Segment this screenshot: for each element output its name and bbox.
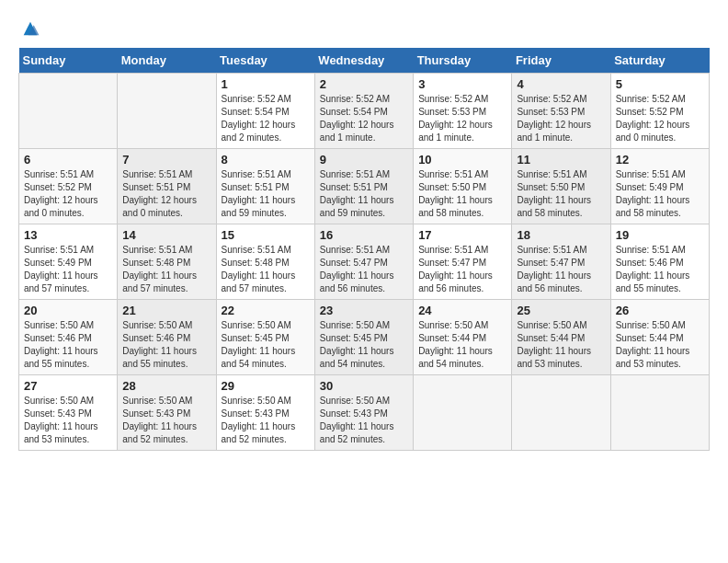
day-number: 28 (122, 379, 210, 393)
weekday-header: Friday (512, 48, 610, 74)
day-info: Sunrise: 5:50 AM Sunset: 5:43 PM Dayligh… (320, 395, 408, 446)
day-number: 21 (122, 304, 210, 317)
calendar-cell: 17Sunrise: 5:51 AM Sunset: 5:47 PM Dayli… (414, 224, 512, 300)
calendar-cell: 15Sunrise: 5:51 AM Sunset: 5:48 PM Dayli… (216, 224, 314, 300)
weekday-header: Thursday (414, 48, 512, 74)
calendar-cell: 10Sunrise: 5:51 AM Sunset: 5:50 PM Dayli… (414, 149, 512, 224)
day-info: Sunrise: 5:51 AM Sunset: 5:52 PM Dayligh… (24, 168, 112, 220)
day-info: Sunrise: 5:50 AM Sunset: 5:46 PM Dayligh… (24, 319, 112, 371)
day-info: Sunrise: 5:50 AM Sunset: 5:43 PM Dayligh… (122, 395, 210, 446)
day-info: Sunrise: 5:51 AM Sunset: 5:48 PM Dayligh… (222, 244, 310, 295)
day-info: Sunrise: 5:51 AM Sunset: 5:46 PM Dayligh… (616, 244, 704, 295)
day-number: 14 (122, 228, 210, 242)
day-info: Sunrise: 5:50 AM Sunset: 5:46 PM Dayligh… (122, 319, 210, 371)
calendar-cell: 29Sunrise: 5:50 AM Sunset: 5:43 PM Dayli… (216, 375, 314, 451)
day-info: Sunrise: 5:51 AM Sunset: 5:51 PM Dayligh… (320, 168, 408, 220)
day-number: 12 (616, 153, 704, 167)
day-number: 5 (616, 77, 704, 91)
day-number: 26 (616, 304, 704, 317)
calendar-cell: 21Sunrise: 5:50 AM Sunset: 5:46 PM Dayli… (118, 300, 216, 375)
day-info: Sunrise: 5:51 AM Sunset: 5:48 PM Dayligh… (122, 244, 210, 295)
calendar-cell: 27Sunrise: 5:50 AM Sunset: 5:43 PM Dayli… (19, 375, 118, 451)
day-number: 27 (24, 379, 112, 393)
day-info: Sunrise: 5:51 AM Sunset: 5:47 PM Dayligh… (320, 244, 408, 295)
calendar-cell: 28Sunrise: 5:50 AM Sunset: 5:43 PM Dayli… (118, 375, 216, 451)
calendar-cell: 26Sunrise: 5:50 AM Sunset: 5:44 PM Dayli… (610, 300, 709, 375)
calendar-cell: 25Sunrise: 5:50 AM Sunset: 5:44 PM Dayli… (512, 300, 610, 375)
day-info: Sunrise: 5:51 AM Sunset: 5:50 PM Dayligh… (418, 168, 506, 220)
day-number: 17 (418, 228, 506, 242)
calendar-cell: 2Sunrise: 5:52 AM Sunset: 5:54 PM Daylig… (314, 74, 413, 149)
day-info: Sunrise: 5:52 AM Sunset: 5:53 PM Dayligh… (418, 93, 506, 144)
logo (18, 18, 40, 39)
day-number: 25 (517, 304, 605, 317)
calendar-week-row: 6Sunrise: 5:51 AM Sunset: 5:52 PM Daylig… (19, 149, 710, 224)
calendar-cell: 23Sunrise: 5:50 AM Sunset: 5:45 PM Dayli… (314, 300, 413, 375)
day-number: 15 (222, 228, 310, 242)
weekday-header: Wednesday (314, 48, 413, 74)
calendar-cell: 6Sunrise: 5:51 AM Sunset: 5:52 PM Daylig… (19, 149, 118, 224)
calendar-cell: 7Sunrise: 5:51 AM Sunset: 5:51 PM Daylig… (118, 149, 216, 224)
calendar-cell (512, 375, 610, 451)
calendar-cell: 12Sunrise: 5:51 AM Sunset: 5:49 PM Dayli… (610, 149, 709, 224)
day-info: Sunrise: 5:50 AM Sunset: 5:45 PM Dayligh… (320, 319, 408, 371)
day-info: Sunrise: 5:51 AM Sunset: 5:49 PM Dayligh… (24, 244, 112, 295)
day-number: 18 (517, 228, 605, 242)
weekday-header: Tuesday (216, 48, 314, 74)
weekday-header-row: SundayMondayTuesdayWednesdayThursdayFrid… (19, 48, 710, 74)
weekday-header: Monday (118, 48, 216, 74)
calendar-cell: 18Sunrise: 5:51 AM Sunset: 5:47 PM Dayli… (512, 224, 610, 300)
calendar-cell (610, 375, 709, 451)
day-number: 19 (616, 228, 704, 242)
calendar-cell: 11Sunrise: 5:51 AM Sunset: 5:50 PM Dayli… (512, 149, 610, 224)
day-info: Sunrise: 5:51 AM Sunset: 5:47 PM Dayligh… (517, 244, 605, 295)
calendar-cell: 13Sunrise: 5:51 AM Sunset: 5:49 PM Dayli… (19, 224, 118, 300)
day-info: Sunrise: 5:52 AM Sunset: 5:54 PM Dayligh… (222, 93, 310, 144)
page-header (18, 18, 710, 39)
calendar-cell (118, 74, 216, 149)
day-info: Sunrise: 5:51 AM Sunset: 5:51 PM Dayligh… (222, 168, 310, 220)
day-info: Sunrise: 5:50 AM Sunset: 5:43 PM Dayligh… (222, 395, 310, 446)
day-number: 22 (222, 304, 310, 317)
weekday-header: Saturday (610, 48, 709, 74)
calendar-cell: 20Sunrise: 5:50 AM Sunset: 5:46 PM Dayli… (19, 300, 118, 375)
calendar-cell: 30Sunrise: 5:50 AM Sunset: 5:43 PM Dayli… (314, 375, 413, 451)
day-info: Sunrise: 5:50 AM Sunset: 5:44 PM Dayligh… (517, 319, 605, 371)
calendar-cell: 16Sunrise: 5:51 AM Sunset: 5:47 PM Dayli… (314, 224, 413, 300)
day-number: 23 (320, 304, 408, 317)
day-number: 1 (222, 77, 310, 91)
calendar-cell: 14Sunrise: 5:51 AM Sunset: 5:48 PM Dayli… (118, 224, 216, 300)
day-info: Sunrise: 5:51 AM Sunset: 5:50 PM Dayligh… (517, 168, 605, 220)
day-number: 11 (517, 153, 605, 167)
calendar-cell: 8Sunrise: 5:51 AM Sunset: 5:51 PM Daylig… (216, 149, 314, 224)
calendar-cell: 4Sunrise: 5:52 AM Sunset: 5:53 PM Daylig… (512, 74, 610, 149)
day-number: 8 (222, 153, 310, 167)
day-number: 16 (320, 228, 408, 242)
calendar-cell: 19Sunrise: 5:51 AM Sunset: 5:46 PM Dayli… (610, 224, 709, 300)
day-number: 9 (320, 153, 408, 167)
day-number: 24 (418, 304, 506, 317)
day-info: Sunrise: 5:52 AM Sunset: 5:53 PM Dayligh… (517, 93, 605, 144)
day-info: Sunrise: 5:50 AM Sunset: 5:43 PM Dayligh… (24, 395, 112, 446)
day-info: Sunrise: 5:52 AM Sunset: 5:52 PM Dayligh… (616, 93, 704, 144)
calendar-cell (19, 74, 118, 149)
logo-icon (20, 18, 40, 39)
day-number: 2 (320, 77, 408, 91)
day-number: 30 (320, 379, 408, 393)
day-info: Sunrise: 5:51 AM Sunset: 5:49 PM Dayligh… (616, 168, 704, 220)
day-info: Sunrise: 5:51 AM Sunset: 5:47 PM Dayligh… (418, 244, 506, 295)
day-info: Sunrise: 5:50 AM Sunset: 5:45 PM Dayligh… (222, 319, 310, 371)
calendar-week-row: 27Sunrise: 5:50 AM Sunset: 5:43 PM Dayli… (19, 375, 710, 451)
day-number: 13 (24, 228, 112, 242)
calendar-cell: 22Sunrise: 5:50 AM Sunset: 5:45 PM Dayli… (216, 300, 314, 375)
day-info: Sunrise: 5:52 AM Sunset: 5:54 PM Dayligh… (320, 93, 408, 144)
calendar-cell (414, 375, 512, 451)
day-info: Sunrise: 5:50 AM Sunset: 5:44 PM Dayligh… (418, 319, 506, 371)
day-number: 4 (517, 77, 605, 91)
calendar-cell: 9Sunrise: 5:51 AM Sunset: 5:51 PM Daylig… (314, 149, 413, 224)
calendar-cell: 3Sunrise: 5:52 AM Sunset: 5:53 PM Daylig… (414, 74, 512, 149)
weekday-header: Sunday (19, 48, 118, 74)
calendar-table: SundayMondayTuesdayWednesdayThursdayFrid… (18, 48, 710, 451)
calendar-cell: 5Sunrise: 5:52 AM Sunset: 5:52 PM Daylig… (610, 74, 709, 149)
day-number: 6 (24, 153, 112, 167)
